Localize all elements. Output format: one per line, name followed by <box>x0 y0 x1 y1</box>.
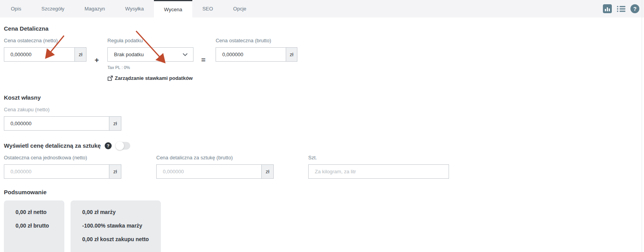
toggle-knob <box>116 142 124 150</box>
unit-gross-field: Cena detaliczna za sztukę (brutto) zł <box>156 150 274 179</box>
pricing-panel: Cena Detaliczna Cena ostateczna (netto) … <box>0 25 644 252</box>
currency-addon: zł <box>261 165 273 178</box>
tabbar-icons: ? <box>603 0 644 17</box>
purchase-price-label: Cena zakupu (netto) <box>4 107 644 113</box>
tab-wycena[interactable]: Wycena <box>154 0 192 17</box>
tab-opis[interactable]: Opis <box>1 0 31 17</box>
unit-kind-input[interactable] <box>308 164 449 179</box>
manage-tax-rates-label: Zarządzanie stawkami podatków <box>115 75 193 81</box>
stats-chart-icon[interactable] <box>603 4 612 13</box>
summary-net: 0,00 zł netto <box>16 205 64 219</box>
unit-price-toggle[interactable] <box>116 142 130 150</box>
tab-szczegoly[interactable]: Szczegóły <box>31 0 74 17</box>
tax-info: Tax PL : 0% <box>107 65 193 70</box>
unit-price-help-icon[interactable]: ? <box>105 142 112 149</box>
unit-gross-label: Cena detaliczna za sztukę (brutto) <box>156 155 274 161</box>
chevron-down-icon <box>183 53 188 56</box>
summary-cost-net: 0,00 zł koszt zakupu netto <box>82 233 161 246</box>
summary-card-price: 0,00 zł netto 0,00 zł brutto <box>4 200 64 252</box>
summary-margin: 0,00 zł marży <box>82 205 161 219</box>
summary-gross: 0,00 zł brutto <box>16 219 64 233</box>
product-tabbar: Opis Szczegóły Magazyn Wysyłka Wycena SE… <box>0 0 644 17</box>
tab-label: Wysyłka <box>125 6 144 12</box>
list-view-icon[interactable] <box>617 5 625 12</box>
help-glyph: ? <box>107 143 109 148</box>
manage-tax-rates-link[interactable]: Zarządzanie stawkami podatków <box>107 75 193 81</box>
net-price-input[interactable] <box>4 48 74 61</box>
tab-label: Opcje <box>233 6 246 12</box>
tab-magazyn[interactable]: Magazyn <box>74 0 115 17</box>
gross-price-input[interactable] <box>216 48 285 61</box>
tab-opcje[interactable]: Opcje <box>223 0 256 17</box>
external-link-icon <box>107 76 113 81</box>
unit-price-title: Wyświetl cenę detaliczną za sztukę <box>4 142 101 150</box>
purchase-price-input-group: zł <box>4 116 121 131</box>
retail-price-row: Cena ostateczna (netto) zł + Reguła poda… <box>4 33 644 82</box>
summary-boxes: 0,00 zł netto 0,00 zł brutto 0,00 zł mar… <box>4 200 644 252</box>
unit-price-header: Wyświetl cenę detaliczną za sztukę ? <box>4 142 644 150</box>
plus-operator: + <box>95 56 99 64</box>
unit-net-input-group: zł <box>4 164 121 179</box>
unit-price-fields: Ostateczna cena jednostkowa (netto) zł C… <box>4 150 644 179</box>
unit-kind-label: Szt. <box>308 155 449 161</box>
summary-title: Podsumowanie <box>4 188 644 196</box>
tab-label: Wycena <box>164 7 182 12</box>
tab-label: SEO <box>202 6 213 12</box>
retail-price-title: Cena Detaliczna <box>4 25 644 33</box>
net-price-input-group: zł <box>4 47 86 62</box>
currency-addon: zł <box>74 48 86 61</box>
tax-rule-label: Reguła podatku <box>107 38 193 44</box>
net-price-field: Cena ostateczna (netto) zł <box>4 33 86 62</box>
equals-operator: = <box>201 56 205 64</box>
unit-net-input[interactable] <box>4 165 109 178</box>
currency-addon: zł <box>109 117 121 130</box>
tab-wysylka[interactable]: Wysyłka <box>115 0 154 17</box>
help-icon[interactable]: ? <box>630 4 639 13</box>
tax-rule-field: Reguła podatku Brak podatku Tax PL : 0% … <box>107 33 193 82</box>
unit-net-field: Ostateczna cena jednostkowa (netto) zł <box>4 150 121 179</box>
currency-addon: zł <box>109 165 121 178</box>
currency-addon: zł <box>286 48 297 61</box>
summary-card-margin: 0,00 zł marży -100.00% stawka marży 0,00… <box>71 200 161 252</box>
tab-label: Opis <box>11 6 21 12</box>
summary-margin-rate: -100.00% stawka marży <box>82 219 161 233</box>
unit-gross-input[interactable] <box>157 165 261 178</box>
gross-price-input-group: zł <box>216 47 297 62</box>
tax-rule-select[interactable]: Brak podatku <box>107 47 193 62</box>
help-glyph: ? <box>633 6 637 12</box>
gross-price-field: Cena ostateczna (brutto) zł <box>216 33 297 62</box>
purchase-price-input[interactable] <box>4 117 109 130</box>
unit-net-label: Ostateczna cena jednostkowa (netto) <box>4 155 121 161</box>
tab-label: Szczegóły <box>41 6 64 12</box>
tax-rule-value: Brak podatku <box>114 52 144 57</box>
unit-gross-input-group: zł <box>156 164 274 179</box>
net-price-label: Cena ostateczna (netto) <box>4 38 86 44</box>
tab-seo[interactable]: SEO <box>192 0 223 17</box>
tab-label: Magazyn <box>85 6 105 12</box>
unit-kind-field: Szt. <box>308 150 449 179</box>
gross-price-label: Cena ostateczna (brutto) <box>216 38 297 44</box>
cost-title: Koszt własny <box>4 94 644 102</box>
panel-right-border <box>642 0 642 252</box>
